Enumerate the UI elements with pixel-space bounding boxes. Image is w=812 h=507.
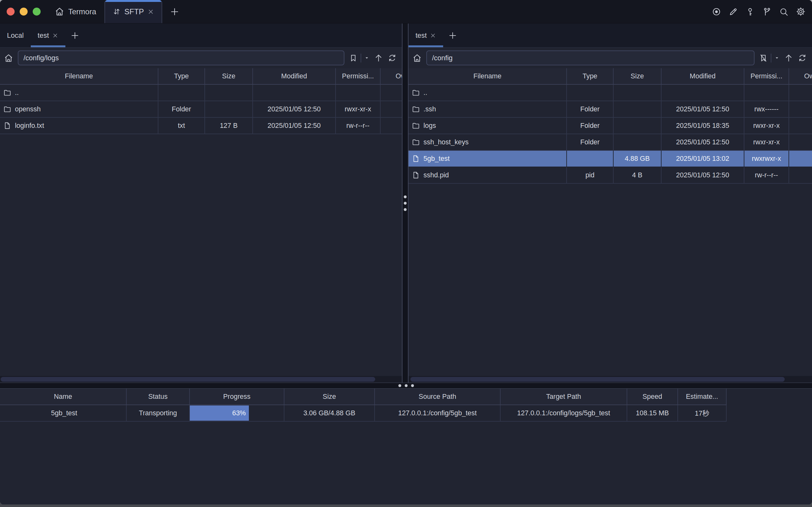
- titlebar-toolbar: [712, 0, 812, 23]
- col-permissions[interactable]: Permissi...: [335, 68, 380, 84]
- splitter-dot: [404, 202, 407, 205]
- col-modified[interactable]: Modified: [661, 68, 744, 84]
- table-row[interactable]: openssh Folder 2025/01/05 12:50 rwxr-xr-…: [0, 101, 402, 117]
- home-icon[interactable]: [4, 53, 13, 63]
- right-path-input[interactable]: [426, 50, 755, 65]
- table-row[interactable]: ..: [409, 84, 812, 101]
- transfers-header-row: Name Status Progress Size Source Path Ta…: [0, 389, 726, 405]
- search-icon[interactable]: [779, 7, 789, 16]
- col-filename[interactable]: Filename: [409, 68, 566, 84]
- right-new-tab-button[interactable]: [448, 31, 457, 40]
- refresh-icon[interactable]: [798, 53, 807, 62]
- tab-sftp[interactable]: SFTP: [104, 0, 162, 23]
- home-icon: [55, 7, 64, 16]
- file-owner: [789, 101, 812, 117]
- file-modified: 2025/01/05 12:50: [253, 101, 335, 117]
- table-row[interactable]: loginfo.txt txt 127 B 2025/01/05 12:50 r…: [0, 117, 402, 134]
- table-row[interactable]: logs Folder 2025/01/05 18:35 rwxr-xr-x: [409, 117, 812, 134]
- file-name: sshd.pid: [424, 171, 449, 179]
- file-name: ..: [15, 89, 19, 97]
- table-row[interactable]: sshd.pid pid 4 B 2025/01/05 12:50 rw-r--…: [409, 167, 812, 183]
- right-horizontal-scrollbar[interactable]: [409, 376, 812, 383]
- folder-icon: [412, 138, 420, 146]
- refresh-icon[interactable]: [388, 53, 397, 62]
- transfer-row[interactable]: 5gb_test Transporting 63% 3.06 GB/4.88 G…: [0, 405, 726, 421]
- col-source-path[interactable]: Source Path: [375, 389, 500, 405]
- scrollbar-thumb[interactable]: [411, 377, 785, 382]
- table-row[interactable]: ..: [0, 84, 402, 101]
- splitter-dot: [411, 384, 414, 387]
- horizontal-splitter[interactable]: [0, 383, 812, 389]
- edit-icon[interactable]: [728, 7, 738, 16]
- col-size[interactable]: Size: [205, 68, 253, 84]
- table-row[interactable]: ssh_host_keys Folder 2025/01/05 12:50 rw…: [409, 134, 812, 150]
- home-icon[interactable]: [412, 53, 422, 63]
- col-owner[interactable]: Owner: [789, 68, 812, 84]
- new-tab-button[interactable]: [170, 7, 179, 16]
- col-name[interactable]: Name: [0, 389, 126, 405]
- left-path-input[interactable]: [18, 50, 344, 65]
- folder-icon: [412, 121, 420, 130]
- branch-icon[interactable]: [762, 7, 772, 16]
- left-new-tab-button[interactable]: [70, 31, 79, 40]
- left-tab-local[interactable]: Local: [0, 23, 31, 47]
- vertical-splitter[interactable]: [402, 23, 409, 383]
- transfer-speed: 108.15 MB: [627, 405, 678, 421]
- app-home-item[interactable]: Termora: [55, 0, 96, 23]
- file-modified: 2025/01/05 12:50: [661, 101, 744, 117]
- file-modified: 2025/01/05 12:50: [253, 117, 335, 134]
- divider: [771, 54, 771, 62]
- right-pathbar: [409, 48, 812, 68]
- transfers-table: Name Status Progress Size Source Path Ta…: [0, 389, 726, 421]
- file-owner: [789, 150, 812, 167]
- zoom-window-button[interactable]: [33, 8, 41, 15]
- close-icon[interactable]: [430, 33, 436, 39]
- col-owner[interactable]: Owner: [380, 68, 402, 84]
- col-type[interactable]: Type: [158, 68, 205, 84]
- close-icon[interactable]: [52, 33, 58, 39]
- col-estimate[interactable]: Estimate...: [678, 389, 726, 405]
- transfers-panel: Name Status Progress Size Source Path Ta…: [0, 389, 812, 421]
- caret-down-icon[interactable]: [774, 55, 779, 61]
- col-type[interactable]: Type: [566, 68, 613, 84]
- caret-down-icon[interactable]: [364, 55, 370, 61]
- key-icon[interactable]: [745, 7, 755, 16]
- bookmark-slash-icon[interactable]: [759, 54, 768, 62]
- file-modified: 2025/01/05 18:35: [661, 117, 744, 134]
- right-tab-test[interactable]: test: [409, 23, 443, 47]
- left-tab-test[interactable]: test: [31, 23, 65, 47]
- file-permissions: rwxr-xr-x: [744, 117, 789, 134]
- col-status[interactable]: Status: [126, 389, 190, 405]
- splitter-dot: [405, 384, 408, 387]
- col-filename[interactable]: Filename: [0, 68, 158, 84]
- col-size[interactable]: Size: [284, 389, 375, 405]
- col-target-path[interactable]: Target Path: [500, 389, 627, 405]
- file-type: txt: [158, 117, 205, 134]
- record-icon[interactable]: [712, 7, 721, 16]
- file-permissions: rw-r--r--: [335, 117, 380, 134]
- col-size[interactable]: Size: [613, 68, 661, 84]
- settings-icon[interactable]: [796, 7, 806, 16]
- transfer-arrows-icon: [112, 7, 121, 16]
- bookmark-icon[interactable]: [349, 54, 358, 62]
- close-icon[interactable]: [147, 8, 154, 15]
- scrollbar-thumb[interactable]: [1, 377, 375, 382]
- arrow-up-icon[interactable]: [784, 53, 793, 62]
- file-permissions: rwxrwxr-x: [744, 150, 789, 167]
- splitter-dot: [404, 208, 407, 211]
- left-horizontal-scrollbar[interactable]: [0, 376, 402, 383]
- file-icon: [3, 121, 11, 130]
- table-row[interactable]: .ssh Folder 2025/01/05 12:50 rwx------: [409, 101, 812, 117]
- col-progress[interactable]: Progress: [190, 389, 284, 405]
- col-modified[interactable]: Modified: [253, 68, 335, 84]
- arrow-up-icon[interactable]: [374, 53, 383, 62]
- table-row-selected[interactable]: 5gb_test 4.88 GB 2025/01/05 13:02 rwxrwx…: [409, 150, 812, 167]
- minimize-window-button[interactable]: [20, 8, 28, 15]
- close-window-button[interactable]: [7, 8, 15, 15]
- col-permissions[interactable]: Permissi...: [744, 68, 789, 84]
- file-panes: Local test: [0, 23, 812, 383]
- transfer-status: Transporting: [126, 405, 190, 421]
- col-speed[interactable]: Speed: [627, 389, 678, 405]
- file-name: openssh: [15, 105, 41, 113]
- file-name: logs: [424, 122, 436, 130]
